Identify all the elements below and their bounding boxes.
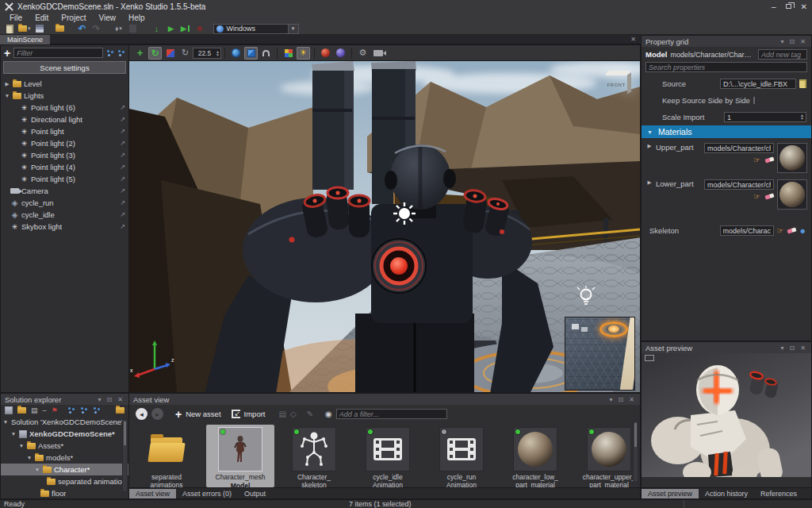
scene-tree-item-camera[interactable]: Camera↗ (1, 185, 128, 197)
asset-item-character-mesh[interactable]: Character_mesh Model (206, 425, 274, 487)
assets-folder-item[interactable]: ▼Assets* (1, 440, 128, 452)
eraser-icon[interactable] (764, 193, 774, 199)
save-all-button[interactable] (34, 24, 45, 34)
material-thumbnail[interactable] (777, 179, 807, 210)
eraser-icon[interactable] (787, 227, 796, 233)
magnet-snap-button[interactable] (259, 47, 273, 60)
expander-icon[interactable]: ▼ (4, 93, 10, 98)
remove-icon[interactable]: – (43, 406, 47, 414)
pin-icon[interactable]: ⊡ (788, 344, 797, 352)
tab-mainscene[interactable]: MainScene (0, 35, 50, 44)
goto-source-icon[interactable]: ↗ (120, 211, 125, 218)
solution-scrollbar[interactable] (122, 419, 128, 492)
add-tag-input[interactable] (758, 49, 807, 60)
tab-asset-preview[interactable]: Asset preview (642, 489, 699, 498)
goto-source-icon[interactable]: ↗ (120, 187, 125, 194)
skeleton-reference-input[interactable] (720, 225, 774, 236)
scene-tree-item[interactable]: ✳Point light (4)↗ (1, 161, 128, 173)
goto-source-icon[interactable]: ↗ (120, 128, 125, 135)
back-button[interactable]: ◂ (136, 408, 147, 420)
import-button[interactable]: Import (244, 410, 266, 418)
restore-button[interactable] (786, 4, 791, 9)
editor-settings-button[interactable]: ⚙ (356, 47, 370, 60)
asset-preview-viewport[interactable] (642, 353, 811, 487)
character-folder-item[interactable]: ▼Character* (1, 464, 128, 475)
material-reference-input[interactable] (704, 179, 774, 190)
browse-file-icon[interactable] (799, 79, 806, 88)
expander-icon[interactable]: ▼ (647, 129, 653, 135)
menu-file[interactable]: File (3, 13, 29, 22)
import-icon[interactable] (232, 410, 240, 418)
goto-source-icon[interactable]: ↗ (120, 140, 125, 147)
expander-icon[interactable]: ▼ (2, 419, 9, 425)
scene-tree-item[interactable]: ✳Point light (3)↗ (1, 149, 128, 161)
close-icon[interactable]: ✕ (627, 396, 636, 403)
navigation-cube[interactable]: FRONT (605, 71, 630, 94)
expander-icon[interactable]: ▶ (646, 179, 653, 186)
skeleton-picker-icon[interactable]: ☻ (799, 227, 806, 235)
expander-icon[interactable]: ▼ (26, 455, 33, 460)
asset-item-upper-material[interactable]: character_upper_ part_material Material (575, 425, 640, 487)
expander-icon[interactable]: ▼ (34, 467, 40, 472)
render-mode-button[interactable] (282, 47, 295, 60)
scene-filter-input[interactable] (13, 48, 103, 58)
tab-output[interactable]: Output (238, 489, 272, 498)
scene-tree-item[interactable]: ✳Point light (6)↗ (1, 102, 128, 114)
expander-icon[interactable]: ▶ (646, 143, 653, 149)
scale-gizmo-button[interactable] (163, 47, 177, 60)
scene-tree-item[interactable]: ✳Directional light↗ (1, 114, 128, 125)
close-icon[interactable]: ✕ (116, 396, 124, 403)
asset-view-scrollbar[interactable] (633, 421, 638, 483)
goto-source-icon[interactable]: ↗ (120, 199, 125, 206)
live-scripting-button[interactable]: ▶ (180, 24, 191, 34)
close-button[interactable]: ✕ (801, 2, 807, 11)
wireframe-mode-button[interactable] (334, 47, 347, 60)
sun-gizmo[interactable] (393, 202, 416, 225)
menu-help[interactable]: Help (122, 13, 151, 22)
asset-item-cycle-idle[interactable]: cycle_idle Animation Animation (354, 425, 422, 487)
asset-item-cycle-run[interactable]: cycle_run Animation Animation (427, 425, 496, 487)
close-icon[interactable]: ✕ (799, 344, 807, 352)
panel-menu-icon[interactable]: ▾ (779, 38, 786, 45)
folder-icon[interactable] (17, 407, 26, 414)
new-asset-button[interactable]: New asset (186, 410, 220, 418)
scale-import-input[interactable] (724, 112, 806, 122)
search-properties-input[interactable] (645, 62, 807, 72)
side-by-side-checkbox[interactable] (753, 97, 755, 104)
tab-action-history[interactable]: Action history (699, 489, 754, 498)
new-project-button[interactable] (4, 24, 15, 34)
spinner-arrows-icon[interactable]: ▲▼ (216, 50, 220, 56)
close-icon[interactable]: ✕ (799, 38, 807, 45)
goto-source-icon[interactable]: ↗ (120, 152, 125, 159)
goto-source-icon[interactable]: ↗ (120, 104, 125, 111)
fetch-button[interactable]: ↓ (151, 24, 163, 34)
navcube-front-face[interactable]: FRONT (605, 75, 627, 94)
lighting-toggle-button[interactable]: ☀ (297, 47, 310, 60)
expand-all-icon[interactable] (106, 49, 114, 57)
open-location-button[interactable] (55, 24, 66, 34)
translate-gizmo-button[interactable]: + (133, 47, 147, 60)
scene-tree-item-lights[interactable]: ▼Lights (1, 90, 128, 102)
goto-source-icon[interactable]: ↗ (120, 116, 125, 123)
tab-references[interactable]: References (754, 489, 803, 498)
pin-icon[interactable]: ⊡ (617, 396, 626, 403)
panel-menu-icon[interactable]: ▾ (97, 396, 103, 403)
preview-screen-icon[interactable] (645, 355, 654, 361)
expander-icon[interactable]: ▼ (18, 443, 25, 448)
separated-animations-item[interactable]: separated animations (1, 475, 128, 487)
flag-icon[interactable]: ⚑ (52, 406, 58, 414)
asset-filter-input[interactable] (336, 409, 447, 419)
sync-selection-icon[interactable] (93, 406, 101, 414)
snap-rotation-button[interactable]: ↻ (178, 47, 192, 60)
spinner-arrows-icon[interactable]: ▲▼ (800, 114, 805, 120)
menu-edit[interactable]: Edit (29, 13, 55, 22)
pin-icon[interactable]: ⊡ (105, 396, 114, 403)
collapse-all-icon[interactable] (117, 49, 125, 57)
scene-tree-item[interactable]: ✳Point light↗ (1, 125, 128, 137)
expander-icon[interactable]: ▶ (4, 81, 10, 87)
panel-menu-icon[interactable]: ▾ (608, 396, 615, 403)
floor-folder-item[interactable]: floor (1, 487, 128, 498)
menu-project[interactable]: Project (55, 13, 92, 22)
solution-root-item[interactable]: ▼Solution 'XenkoGDCDemoScene' (1, 416, 128, 428)
document-close-icon[interactable]: ✕ (626, 36, 641, 43)
